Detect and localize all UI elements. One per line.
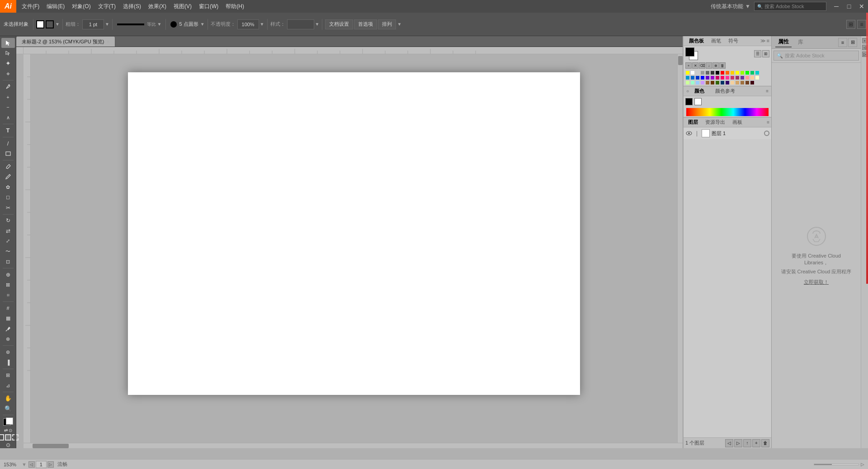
swatch-cream[interactable] — [755, 75, 760, 80]
make-sublayer-btn[interactable]: ◁ — [725, 439, 733, 447]
sub-color-menu[interactable]: ≡ — [766, 89, 769, 94]
direct-selection-tool[interactable] — [1, 48, 15, 58]
sub-tab-colorref[interactable]: 颜色参考 — [712, 87, 739, 95]
tab-library[interactable]: 库 — [795, 38, 806, 47]
cc-get-link[interactable]: 立即获取！ — [804, 279, 829, 286]
artboard-number-input[interactable] — [36, 461, 47, 468]
warp-tool[interactable]: 〜 — [1, 247, 15, 257]
swatch-ltgrn[interactable] — [685, 80, 690, 85]
perspective-tool[interactable]: ⌗ — [1, 291, 15, 300]
layer-lock-icon[interactable]: │ — [694, 131, 700, 136]
layer-target-icon[interactable] — [764, 131, 769, 136]
line-tool[interactable]: / — [1, 138, 15, 148]
arrange-button[interactable]: 排列 — [378, 19, 396, 29]
hscroll-thumb[interactable] — [33, 444, 69, 448]
column-graph-tool[interactable]: ▐ — [1, 357, 15, 367]
swatch-navy[interactable] — [720, 80, 725, 85]
swatch-orange[interactable] — [725, 70, 730, 75]
new-layer-btn[interactable]: + — [752, 439, 760, 447]
swatch-tan[interactable] — [730, 80, 735, 85]
panel-menu-btn[interactable]: ≡ — [767, 38, 769, 44]
nav-next[interactable]: ▷ — [47, 461, 54, 468]
swatch-yellow2[interactable] — [735, 70, 740, 75]
swatch-pink[interactable] — [720, 75, 725, 80]
anchor-convert-tool[interactable]: ∧ — [1, 113, 15, 122]
swatch-action-6[interactable]: 🗑 — [719, 62, 726, 69]
move-layer-btn[interactable]: ▷ — [734, 439, 742, 447]
slice-tool[interactable]: ⊿ — [1, 380, 15, 390]
rectangle-tool[interactable] — [1, 149, 15, 159]
menu-effect[interactable]: 效果(X) — [145, 0, 170, 13]
weight-dropdown[interactable]: ▼ — [105, 22, 109, 27]
sub-color-radio[interactable]: ○ — [686, 89, 689, 94]
swatch-red[interactable] — [720, 70, 725, 75]
minimize-button[interactable]: ─ — [830, 0, 843, 13]
swatch-mint[interactable] — [750, 70, 755, 75]
swatch-lime[interactable] — [740, 70, 745, 75]
swatch-tan2[interactable] — [735, 80, 740, 85]
stroke-dropdown-arrow[interactable]: ▼ — [55, 22, 60, 27]
swatch-indigo[interactable] — [740, 75, 745, 80]
tab-layers[interactable]: 图层 — [685, 118, 701, 127]
swatch-gray1[interactable] — [695, 70, 700, 75]
mesh-tool[interactable]: # — [1, 303, 15, 313]
swatch-list-view[interactable]: ☰ — [754, 50, 761, 57]
opacity-dropdown[interactable]: ▼ — [260, 22, 264, 27]
stroke-color-swatch[interactable] — [46, 20, 54, 28]
vscroll-thumb[interactable] — [678, 56, 683, 65]
weight-input[interactable] — [82, 19, 104, 29]
workspace-label[interactable]: 传统基本功能 ▼ — [707, 3, 754, 10]
swatch-green[interactable] — [745, 70, 750, 75]
zoom-dropdown-arrow[interactable]: ▼ — [22, 462, 27, 467]
swatch-gray3[interactable] — [705, 70, 710, 75]
doc-tab-active[interactable]: 未标题-2 @ 153% (CMYK/GPU 预览) × — [16, 37, 115, 47]
stroke-style-dropdown[interactable]: 等比 ▼ — [147, 21, 162, 28]
menu-type[interactable]: 文字(T) — [94, 0, 119, 13]
add-anchor-tool[interactable]: + — [1, 92, 15, 102]
collect-to-new-btn[interactable]: ↑ — [743, 439, 751, 447]
layer-name-1[interactable]: 图层 1 — [712, 130, 762, 137]
swatch-purple[interactable] — [705, 75, 710, 80]
swatch-rose[interactable] — [725, 75, 730, 80]
color-bg-box[interactable] — [694, 98, 702, 105]
preferences-button[interactable]: 首选项 — [354, 19, 377, 29]
magic-wand-tool[interactable]: ✦ — [1, 59, 15, 69]
pen-tool[interactable] — [1, 82, 15, 92]
swatch-dkbrown[interactable] — [710, 80, 715, 85]
swatch-magenta[interactable] — [715, 75, 720, 80]
swatch-lavender[interactable] — [700, 80, 705, 85]
layer-visibility-icon[interactable] — [685, 130, 693, 137]
swatch-maroon[interactable] — [750, 80, 755, 85]
swatch-cerise[interactable] — [730, 75, 735, 80]
blob-brush-tool[interactable]: ✿ — [1, 182, 15, 192]
doc-settings-button[interactable]: 文档设置 — [325, 19, 353, 29]
swatch-dkblue[interactable] — [695, 75, 700, 80]
swatch-action-5[interactable]: ⊕ — [712, 62, 719, 69]
swatch-peach[interactable] — [750, 75, 755, 80]
maximize-button[interactable]: □ — [843, 0, 855, 13]
vertical-scrollbar[interactable] — [677, 54, 683, 443]
free-transform-tool[interactable]: ⊡ — [1, 257, 15, 267]
swatch-action-4[interactable]: ↓ — [706, 62, 712, 69]
screen-mode-btn[interactable]: ⊙ — [6, 442, 10, 448]
swatch-white[interactable] — [690, 70, 695, 75]
swatch-ltblue[interactable] — [685, 75, 690, 80]
fill-color-swatch[interactable] — [36, 20, 44, 28]
arrange-dropdown[interactable]: ▼ — [397, 22, 401, 27]
swatch-blue[interactable] — [700, 75, 705, 80]
zoom-tool[interactable]: 🔍 — [1, 404, 15, 414]
doc-tab-close[interactable]: × — [107, 39, 109, 44]
swatch-blue2[interactable] — [690, 75, 695, 80]
swatch-gray2[interactable] — [700, 70, 705, 75]
lasso-tool[interactable]: ⌖ — [1, 69, 15, 79]
prop-search-box[interactable]: 🔍 搜索 Adobe Stock — [774, 51, 859, 61]
selection-tool[interactable] — [1, 38, 15, 48]
fill-stroke-selector[interactable] — [1, 417, 15, 427]
sub-tab-color[interactable]: 颜色 — [691, 87, 708, 95]
swatch-black[interactable] — [715, 70, 720, 75]
delete-anchor-tool[interactable]: − — [1, 102, 15, 112]
tab-asset-export[interactable]: 资源导出 — [703, 118, 728, 127]
swatch-gold[interactable] — [730, 70, 735, 75]
opacity-input[interactable] — [237, 19, 259, 29]
shape-builder-tool[interactable]: ⊕ — [1, 270, 15, 280]
